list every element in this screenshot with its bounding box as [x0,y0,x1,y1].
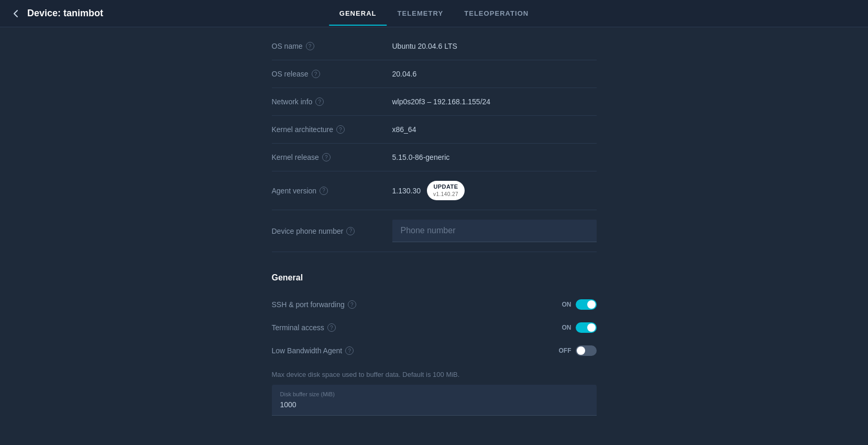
toggle-row-ssh: SSH & port forwarding ? ON [272,293,597,316]
content-inner: OS name ? Ubuntu 20.04.6 LTS OS release … [272,27,597,416]
header: Device: tanimbot GENERAL TELEMETRY TELEO… [0,0,868,27]
tab-telemetry[interactable]: TELEMETRY [387,2,454,26]
disk-buffer-value: 1000 [280,400,588,409]
label-agent-version: Agent version ? [272,187,392,195]
label-os-release: OS release ? [272,70,392,78]
toggle-status-terminal: ON [562,324,572,331]
disk-description: Max device disk space used to buffer dat… [272,371,597,378]
label-kernel-release: Kernel release ? [272,153,392,161]
back-button[interactable] [10,8,21,19]
toggle-row-bandwidth: Low Bandwidth Agent ? OFF [272,339,597,362]
toggle-status-bandwidth: OFF [559,347,572,354]
phone-number-input[interactable] [392,220,597,242]
value-os-name: Ubuntu 20.04.6 LTS [392,42,457,50]
info-row-kernel-arch: Kernel architecture ? x86_64 [272,116,597,144]
phone-row: Device phone number ? [272,210,597,252]
help-icon-kernel-release[interactable]: ? [322,153,331,161]
main-content: OS name ? Ubuntu 20.04.6 LTS OS release … [0,27,868,437]
section-title-general: General [272,273,597,283]
phone-input-container [392,220,597,242]
toggle-right-ssh: ON [562,299,597,310]
disk-buffer-box: Disk buffer size (MiB) 1000 [272,385,597,416]
tab-general[interactable]: GENERAL [329,2,387,26]
value-agent-version: 1.130.30 UPDATE v1.140.27 [392,181,465,200]
label-kernel-arch: Kernel architecture ? [272,125,392,134]
tabs-container: GENERAL TELEMETRY TELEOPERATION [329,0,540,27]
label-phone: Device phone number ? [272,227,392,235]
help-icon-terminal[interactable]: ? [327,323,336,332]
help-icon-kernel-arch[interactable]: ? [336,125,345,134]
info-row-agent-version: Agent version ? 1.130.30 UPDATE v1.140.2… [272,171,597,210]
value-network: wlp0s20f3 – 192.168.1.155/24 [392,97,491,106]
toggle-status-ssh: ON [562,301,572,308]
help-icon-os-release[interactable]: ? [312,70,320,78]
help-icon-network[interactable]: ? [315,97,324,106]
update-button[interactable]: UPDATE v1.140.27 [427,181,465,200]
help-icon-bandwidth[interactable]: ? [345,346,354,355]
info-row-network: Network info ? wlp0s20f3 – 192.168.1.155… [272,88,597,116]
page-title: Device: tanimbot [27,8,103,19]
value-kernel-arch: x86_64 [392,125,416,134]
value-os-release: 20.04.6 [392,70,417,78]
help-icon-agent-version[interactable]: ? [320,187,328,195]
toggle-label-ssh: SSH & port forwarding ? [272,300,562,309]
help-icon-os-name[interactable]: ? [306,42,314,50]
tab-teleoperation[interactable]: TELEOPERATION [454,2,539,26]
toggle-switch-ssh[interactable] [576,299,597,310]
label-os-name: OS name ? [272,42,392,50]
toggle-right-bandwidth: OFF [559,345,597,356]
toggle-label-bandwidth: Low Bandwidth Agent ? [272,346,559,355]
disk-buffer-label: Disk buffer size (MiB) [280,391,588,397]
help-icon-ssh[interactable]: ? [348,300,356,309]
label-network: Network info ? [272,97,392,106]
toggle-switch-bandwidth[interactable] [576,345,597,356]
info-row-os-name: OS name ? Ubuntu 20.04.6 LTS [272,32,597,60]
toggle-row-terminal: Terminal access ? ON [272,316,597,339]
toggle-switch-terminal[interactable] [576,322,597,333]
info-row-os-release: OS release ? 20.04.6 [272,60,597,88]
info-row-kernel-release: Kernel release ? 5.15.0-86-generic [272,144,597,171]
toggle-label-terminal: Terminal access ? [272,323,562,332]
value-kernel-release: 5.15.0-86-generic [392,153,450,161]
toggle-right-terminal: ON [562,322,597,333]
help-icon-phone[interactable]: ? [346,227,355,235]
